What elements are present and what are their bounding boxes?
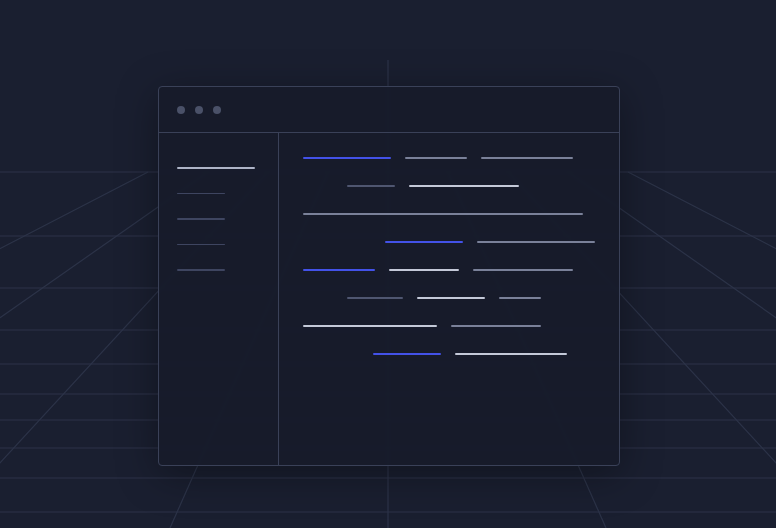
code-token: [455, 353, 567, 355]
code-line-3: [303, 241, 595, 243]
code-token: [473, 269, 573, 271]
code-token: [385, 241, 463, 243]
code-line-6: [303, 325, 595, 327]
traffic-light-close-icon[interactable]: [177, 106, 185, 114]
code-editor-window: [158, 86, 620, 466]
traffic-light-zoom-icon[interactable]: [213, 106, 221, 114]
sidebar-item-2[interactable]: [177, 218, 225, 220]
code-token: [499, 297, 541, 299]
file-sidebar: [159, 133, 279, 465]
code-token: [409, 185, 519, 187]
code-token: [417, 297, 485, 299]
sidebar-item-0[interactable]: [177, 167, 255, 169]
code-token: [477, 241, 595, 243]
code-line-0: [303, 157, 595, 159]
code-line-5: [303, 297, 595, 299]
code-token: [389, 269, 459, 271]
traffic-light-minimize-icon[interactable]: [195, 106, 203, 114]
code-token: [347, 297, 403, 299]
code-line-2: [303, 213, 595, 215]
code-line-4: [303, 269, 595, 271]
code-editor-pane[interactable]: [279, 133, 619, 465]
code-line-7: [303, 353, 595, 355]
code-token: [373, 353, 441, 355]
svg-line-19: [628, 172, 776, 528]
code-line-1: [303, 185, 595, 187]
code-token: [347, 185, 395, 187]
code-token: [303, 157, 391, 159]
sidebar-item-4[interactable]: [177, 269, 225, 271]
code-token: [303, 269, 375, 271]
sidebar-item-1[interactable]: [177, 193, 225, 195]
code-token: [303, 325, 437, 327]
code-token: [481, 157, 573, 159]
svg-line-18: [0, 172, 148, 528]
code-token: [451, 325, 541, 327]
code-token: [303, 213, 583, 215]
window-titlebar[interactable]: [159, 87, 619, 133]
code-token: [405, 157, 467, 159]
sidebar-item-3[interactable]: [177, 244, 225, 246]
